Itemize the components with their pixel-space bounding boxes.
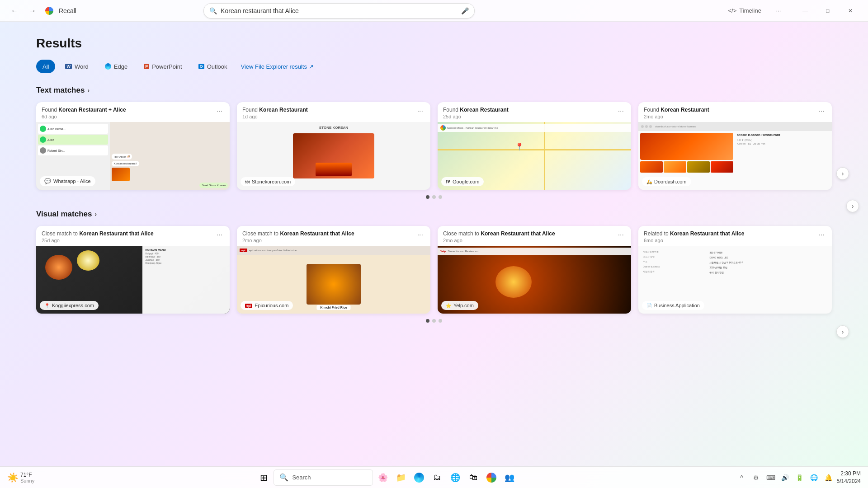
taskbar-right: ^ ⚙ ⌨ 🔊 🔋 🌐 🔔 2:30 PM 5/14/2024: [736, 470, 861, 485]
visual-matches-header[interactable]: Visual matches ›: [36, 210, 832, 219]
card-source-2: 🍽 Stonekorean.com: [241, 177, 295, 186]
visual-match-card-2[interactable]: Close match to Korean Restaurant that Al…: [237, 226, 430, 314]
visual-card-image-1: KOREAN MENU Bulgogi · 420 Bibimbap · 380…: [36, 246, 230, 314]
search-input[interactable]: [221, 7, 458, 14]
text-matches-carousel-next[interactable]: ›: [836, 167, 849, 180]
card-found-2: Found Korean Restaurant: [242, 107, 308, 113]
page-title: Results: [36, 36, 832, 51]
epicurious-source-icon: epi: [245, 304, 252, 308]
main-search-bar[interactable]: 🔍 🎤: [203, 3, 475, 19]
wa-item-1: Alice Bilma...: [38, 124, 108, 134]
card-found-3: Found Korean Restaurant: [443, 107, 509, 113]
visual-card-found-3: Close match to Korean Restaurant that Al…: [443, 230, 555, 237]
text-matches-next-arrow[interactable]: ›: [846, 200, 859, 212]
view-file-explorer-link[interactable]: View File Explorer results ↗: [241, 63, 313, 70]
taskbar-recall-button[interactable]: [483, 469, 500, 486]
card-menu-2[interactable]: ···: [415, 107, 425, 116]
taskbar-store-button[interactable]: 🛍: [465, 469, 481, 486]
text-match-card-1[interactable]: Found Korean Restaurant + Alice 6d ago ·…: [36, 102, 230, 190]
windows-icon: ⊞: [260, 472, 268, 483]
text-match-card-4[interactable]: Found Korean Restaurant 2mo ago ···: [638, 102, 832, 190]
card-header-2: Found Korean Restaurant 1d ago ···: [237, 102, 430, 122]
taskbar-files2-button[interactable]: 🗂: [429, 469, 445, 486]
visual-card-menu-1[interactable]: ···: [215, 230, 224, 239]
maximize-button[interactable]: □: [817, 4, 838, 18]
taskbar-browser-button[interactable]: 🌐: [447, 469, 463, 486]
card-menu-4[interactable]: ···: [817, 107, 826, 116]
taskbar-battery-icon[interactable]: 🔋: [793, 471, 806, 484]
card-time-4: 2mo ago: [644, 114, 709, 119]
close-button[interactable]: ✕: [840, 4, 861, 18]
filter-word[interactable]: W Word: [59, 60, 94, 73]
timeline-button[interactable]: </> Timeline: [724, 5, 766, 17]
visual-matches-carousel: Close match to Korean Restaurant that Al…: [36, 226, 832, 314]
menu-text: KOREAN MENU Bulgogi · 420 Bibimbap · 380…: [142, 246, 230, 314]
filter-all[interactable]: All: [36, 60, 55, 73]
taskbar-widgets-button[interactable]: 🌸: [375, 469, 391, 486]
windows-start-button[interactable]: ⊞: [255, 469, 272, 486]
visual-match-card-3[interactable]: Close match to Korean Restaurant that Al…: [438, 226, 631, 314]
main-content: Results All W Word Edge P PowerPoint O O…: [0, 22, 868, 466]
yelp-source-icon: ⭐: [446, 303, 451, 308]
taskbar-keyboard-icon[interactable]: ⌨: [764, 471, 777, 484]
clock-date: 5/14/2024: [837, 478, 861, 485]
back-button[interactable]: ←: [7, 4, 22, 18]
filter-outlook[interactable]: O Outlook: [192, 60, 234, 73]
taskbar-show-desktop[interactable]: ^: [736, 471, 748, 484]
visual-card-menu-3[interactable]: ···: [616, 230, 626, 239]
visual-card-source-3: ⭐ Yelp.com: [441, 301, 478, 310]
taskbar: ☀️ 71°F Sunny ⊞ 🔍 Search 🌸 📁 🗂 🌐 🛍 👥 ^ ⚙: [0, 466, 868, 488]
whatsapp-source-icon: 💬: [44, 178, 51, 184]
visual-card-header-1: Close match to Korean Restaurant that Al…: [36, 226, 230, 246]
filter-powerpoint[interactable]: P PowerPoint: [137, 60, 189, 73]
system-clock[interactable]: 2:30 PM 5/14/2024: [837, 470, 861, 485]
map-road-vertical: [544, 122, 545, 190]
visual-match-card-4[interactable]: Related to Korean Restaurant that Alice …: [638, 226, 832, 314]
text-matches-header[interactable]: Text matches ›: [36, 86, 832, 95]
doordash-source-icon: 🛵: [646, 179, 652, 184]
weather-widget[interactable]: ☀️ 71°F Sunny: [7, 472, 34, 483]
mic-icon[interactable]: 🎤: [461, 7, 469, 14]
titlebar-nav: ← →: [7, 4, 40, 18]
visual-card-menu-2[interactable]: ···: [415, 230, 425, 239]
filter-edge[interactable]: Edge: [99, 60, 134, 73]
card-menu-3[interactable]: ···: [616, 107, 626, 116]
more-options-button[interactable]: ···: [771, 4, 786, 18]
taskbar-search-label: Search: [292, 474, 311, 481]
visual-matches-carousel-next[interactable]: ›: [836, 325, 849, 338]
text-match-card-2[interactable]: Found Korean Restaurant 1d ago ··· STONE…: [237, 102, 430, 190]
taskbar-teams-button[interactable]: 👥: [501, 469, 518, 486]
word-icon: W: [65, 64, 72, 69]
taskbar-search-icon: 🔍: [279, 473, 288, 482]
visual-matches-carousel-dots: [36, 319, 832, 323]
text-matches-section: Text matches › Found Korean Restaurant +…: [36, 86, 832, 199]
taskbar-settings-icon[interactable]: ⚙: [750, 471, 763, 484]
dot-1: [426, 195, 429, 199]
text-match-card-3[interactable]: Found Korean Restaurant 25d ago ··· 📍: [438, 102, 631, 190]
card-found-4: Found Korean Restaurant: [644, 107, 709, 113]
bizapp-source-icon: 📄: [646, 303, 652, 308]
visual-match-card-1[interactable]: Close match to Korean Restaurant that Al…: [36, 226, 230, 314]
wa-item-2: Alice: [38, 135, 108, 145]
taskbar-network-icon[interactable]: 🌐: [808, 471, 821, 484]
visual-card-source-2: epi Epicurious.com: [241, 301, 293, 310]
card-menu-1[interactable]: ···: [215, 107, 224, 116]
taskbar-center: ⊞ 🔍 Search 🌸 📁 🗂 🌐 🛍 👥: [38, 469, 735, 486]
taskbar-files-button[interactable]: 📁: [393, 469, 409, 486]
map-pin: 📍: [515, 142, 520, 150]
text-matches-chevron: ›: [87, 87, 90, 94]
minimize-button[interactable]: —: [795, 4, 816, 18]
epicurious-food-image: [307, 264, 361, 305]
card-image-4: doordash.com/store/stone-korean: [638, 122, 832, 190]
taskbar-notification-icon[interactable]: 🔔: [822, 471, 835, 484]
whatsapp-chat: Hey Alice! 🍜 Korean restaurant? Sure! St…: [110, 122, 230, 190]
taskbar-left: ☀️ 71°F Sunny: [7, 472, 38, 483]
card-header-1: Found Korean Restaurant + Alice 6d ago ·…: [36, 102, 230, 122]
visual-card-menu-4[interactable]: ···: [817, 230, 826, 239]
food-bowl-2: [77, 250, 99, 271]
taskbar-edge-button[interactable]: [411, 469, 427, 486]
taskbar-volume-icon[interactable]: 🔊: [779, 471, 792, 484]
forward-button[interactable]: →: [25, 4, 40, 18]
titlebar: ← → Recall 🔍 🎤 </> Timeline ··· — □ ✕: [0, 0, 868, 22]
taskbar-search-bar[interactable]: 🔍 Search: [274, 469, 373, 486]
